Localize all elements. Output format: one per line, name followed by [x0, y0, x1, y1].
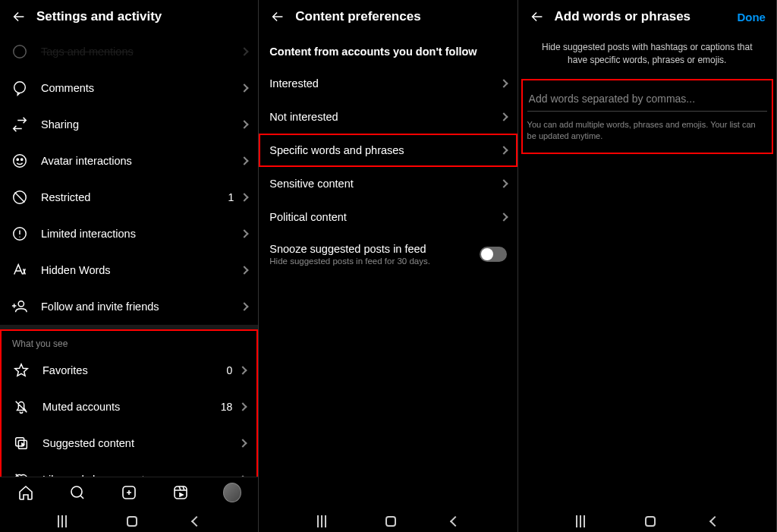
- pref-item-specific-words[interactable]: Specific words and phrases: [259, 134, 517, 167]
- home-icon[interactable]: [17, 483, 35, 502]
- chevron-right-icon: [239, 439, 247, 447]
- chevron-right-icon: [241, 266, 249, 274]
- tag-icon: [11, 42, 29, 61]
- menu-item-restricted[interactable]: Restricted 1: [0, 179, 258, 216]
- snooze-toggle[interactable]: [480, 247, 507, 262]
- what-you-see-section: What you see Favorites 0 Muted accounts …: [0, 329, 258, 477]
- content-preferences-panel: Content preferences Content from account…: [259, 0, 517, 532]
- add-words-panel: Add words or phrases Done Hide suggested…: [518, 0, 777, 532]
- back-button[interactable]: [191, 516, 202, 527]
- back-button[interactable]: [450, 516, 461, 527]
- limited-icon: [11, 225, 29, 243]
- chevron-right-icon: [241, 229, 249, 238]
- hidden-words-icon: [11, 261, 29, 279]
- search-icon[interactable]: [68, 483, 87, 502]
- chevron-right-icon: [239, 366, 247, 374]
- page-title: Content preferences: [295, 9, 509, 24]
- header: Content preferences: [259, 0, 517, 33]
- svg-rect-12: [175, 486, 187, 499]
- settings-panel: Settings and activity Tags and mentions …: [0, 0, 259, 532]
- pref-item-interested[interactable]: Interested: [259, 67, 517, 100]
- add-words-content: Hide suggested posts with hashtags or ca…: [518, 33, 776, 508]
- home-button[interactable]: [385, 516, 396, 527]
- pref-item-sensitive[interactable]: Sensitive content: [259, 167, 517, 200]
- menu-item-muted[interactable]: Muted accounts 18: [2, 389, 256, 425]
- chevron-right-icon: [499, 212, 508, 221]
- follow-invite-icon: [11, 297, 29, 316]
- system-nav: [259, 508, 517, 532]
- done-button[interactable]: Done: [737, 11, 769, 24]
- menu-item-follow-invite[interactable]: Follow and invite friends: [0, 288, 258, 325]
- star-icon: [12, 361, 30, 379]
- svg-point-0: [14, 46, 27, 58]
- chevron-right-icon: [241, 83, 249, 92]
- menu-item-avatar[interactable]: Avatar interactions: [0, 143, 258, 179]
- restricted-icon: [11, 188, 29, 206]
- chevron-right-icon: [499, 179, 508, 187]
- svg-point-10: [71, 486, 82, 497]
- snooze-toggle-row: Snooze suggested posts in feed Hide sugg…: [259, 234, 517, 275]
- pref-item-political[interactable]: Political content: [259, 200, 517, 234]
- recent-apps-button[interactable]: [576, 515, 590, 527]
- like-icon: [12, 471, 30, 477]
- comment-icon: [11, 79, 29, 97]
- home-button[interactable]: [645, 516, 656, 527]
- settings-content: Tags and mentions Comments Sharing Avata…: [0, 33, 258, 477]
- reels-icon[interactable]: [171, 483, 190, 502]
- menu-item-tags[interactable]: Tags and mentions: [0, 33, 258, 70]
- svg-point-2: [14, 155, 27, 168]
- svg-point-3: [17, 159, 18, 160]
- chevron-right-icon: [241, 120, 249, 128]
- snooze-title: Snooze suggested posts in feed: [269, 243, 479, 255]
- profile-avatar[interactable]: [223, 483, 241, 502]
- menu-item-sharing[interactable]: Sharing: [0, 106, 258, 143]
- input-hint: You can add multiple words, phrases and …: [527, 119, 767, 143]
- back-button[interactable]: [526, 8, 549, 25]
- svg-point-1: [14, 82, 26, 93]
- page-title: Add words or phrases: [555, 9, 738, 24]
- menu-item-hidden-words[interactable]: Hidden Words: [0, 252, 258, 288]
- share-icon: [11, 115, 29, 134]
- chevron-right-icon: [499, 79, 508, 87]
- svg-point-7: [18, 301, 24, 307]
- section-title: Content from accounts you don't follow: [259, 33, 517, 67]
- page-title: Settings and activity: [36, 9, 250, 24]
- recent-apps-button[interactable]: [317, 515, 331, 527]
- section-header: What you see: [2, 331, 256, 352]
- pref-item-not-interested[interactable]: Not interested: [259, 100, 517, 134]
- header: Add words or phrases Done: [518, 0, 776, 33]
- system-nav: [518, 508, 776, 532]
- create-icon[interactable]: [120, 483, 138, 502]
- avatar-icon: [11, 152, 29, 170]
- words-input[interactable]: [527, 87, 767, 112]
- back-button[interactable]: [8, 8, 30, 25]
- svg-point-4: [21, 159, 23, 160]
- muted-icon: [12, 398, 30, 416]
- chevron-right-icon: [241, 47, 249, 55]
- chevron-right-icon: [241, 193, 249, 201]
- menu-item-favorites[interactable]: Favorites 0: [2, 352, 256, 389]
- suggested-icon: [12, 434, 30, 452]
- preferences-content: Content from accounts you don't follow I…: [259, 33, 517, 508]
- bottom-nav: [0, 477, 258, 508]
- back-button[interactable]: [709, 516, 719, 527]
- description: Hide suggested posts with hashtags or ca…: [518, 33, 776, 74]
- back-button[interactable]: [266, 8, 289, 25]
- menu-item-suggested[interactable]: Suggested content: [2, 425, 256, 461]
- chevron-right-icon: [239, 402, 247, 411]
- input-section: You can add multiple words, phrases and …: [521, 79, 773, 155]
- chevron-right-icon: [499, 146, 508, 154]
- home-button[interactable]: [127, 516, 137, 527]
- chevron-right-icon: [241, 302, 249, 310]
- menu-item-comments[interactable]: Comments: [0, 70, 258, 106]
- header: Settings and activity: [0, 0, 258, 33]
- menu-item-like-counts[interactable]: Like and share counts: [2, 461, 256, 477]
- system-nav: [0, 508, 258, 532]
- recent-apps-button[interactable]: [58, 515, 71, 527]
- chevron-right-icon: [241, 156, 249, 165]
- chevron-right-icon: [499, 112, 508, 121]
- menu-item-limited[interactable]: Limited interactions: [0, 216, 258, 252]
- snooze-subtitle: Hide suggested posts in feed for 30 days…: [269, 257, 479, 266]
